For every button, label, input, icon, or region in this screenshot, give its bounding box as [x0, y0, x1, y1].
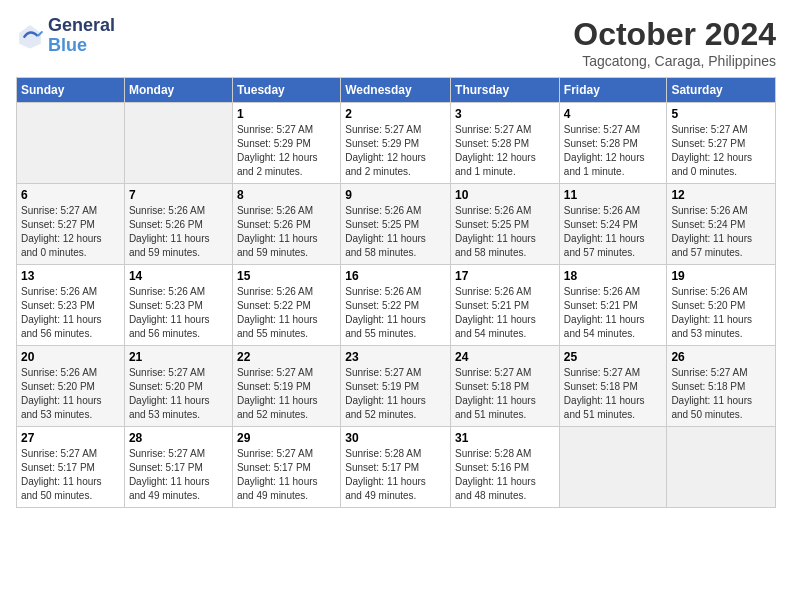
day-number: 30: [345, 431, 446, 445]
calendar-cell: [17, 103, 125, 184]
logo: General Blue: [16, 16, 115, 56]
day-number: 26: [671, 350, 771, 364]
calendar-cell: 15Sunrise: 5:26 AMSunset: 5:22 PMDayligh…: [232, 265, 340, 346]
calendar-week-5: 27Sunrise: 5:27 AMSunset: 5:17 PMDayligh…: [17, 427, 776, 508]
day-detail: Sunrise: 5:26 AMSunset: 5:20 PMDaylight:…: [671, 285, 771, 341]
day-detail: Sunrise: 5:26 AMSunset: 5:23 PMDaylight:…: [21, 285, 120, 341]
day-number: 22: [237, 350, 336, 364]
day-detail: Sunrise: 5:26 AMSunset: 5:21 PMDaylight:…: [564, 285, 663, 341]
location-subtitle: Tagcatong, Caraga, Philippines: [573, 53, 776, 69]
logo-line2: Blue: [48, 36, 115, 56]
calendar-cell: 8Sunrise: 5:26 AMSunset: 5:26 PMDaylight…: [232, 184, 340, 265]
day-detail: Sunrise: 5:27 AMSunset: 5:17 PMDaylight:…: [21, 447, 120, 503]
calendar-cell: 20Sunrise: 5:26 AMSunset: 5:20 PMDayligh…: [17, 346, 125, 427]
logo-line1: General: [48, 16, 115, 36]
day-number: 16: [345, 269, 446, 283]
month-title: October 2024: [573, 16, 776, 53]
day-number: 11: [564, 188, 663, 202]
day-detail: Sunrise: 5:27 AMSunset: 5:27 PMDaylight:…: [21, 204, 120, 260]
calendar-cell: 18Sunrise: 5:26 AMSunset: 5:21 PMDayligh…: [559, 265, 667, 346]
day-number: 14: [129, 269, 228, 283]
day-number: 17: [455, 269, 555, 283]
calendar-cell: 12Sunrise: 5:26 AMSunset: 5:24 PMDayligh…: [667, 184, 776, 265]
calendar-cell: 2Sunrise: 5:27 AMSunset: 5:29 PMDaylight…: [341, 103, 451, 184]
calendar-table: SundayMondayTuesdayWednesdayThursdayFrid…: [16, 77, 776, 508]
weekday-header-friday: Friday: [559, 78, 667, 103]
day-number: 18: [564, 269, 663, 283]
calendar-cell: 16Sunrise: 5:26 AMSunset: 5:22 PMDayligh…: [341, 265, 451, 346]
calendar-cell: 28Sunrise: 5:27 AMSunset: 5:17 PMDayligh…: [124, 427, 232, 508]
day-number: 24: [455, 350, 555, 364]
day-detail: Sunrise: 5:27 AMSunset: 5:17 PMDaylight:…: [129, 447, 228, 503]
day-detail: Sunrise: 5:27 AMSunset: 5:19 PMDaylight:…: [345, 366, 446, 422]
title-block: October 2024 Tagcatong, Caraga, Philippi…: [573, 16, 776, 69]
day-number: 1: [237, 107, 336, 121]
day-number: 13: [21, 269, 120, 283]
day-number: 2: [345, 107, 446, 121]
day-detail: Sunrise: 5:26 AMSunset: 5:25 PMDaylight:…: [345, 204, 446, 260]
weekday-header-saturday: Saturday: [667, 78, 776, 103]
day-number: 7: [129, 188, 228, 202]
day-number: 28: [129, 431, 228, 445]
day-detail: Sunrise: 5:27 AMSunset: 5:19 PMDaylight:…: [237, 366, 336, 422]
day-number: 15: [237, 269, 336, 283]
day-detail: Sunrise: 5:27 AMSunset: 5:29 PMDaylight:…: [237, 123, 336, 179]
day-number: 12: [671, 188, 771, 202]
calendar-week-2: 6Sunrise: 5:27 AMSunset: 5:27 PMDaylight…: [17, 184, 776, 265]
calendar-cell: [667, 427, 776, 508]
calendar-cell: 17Sunrise: 5:26 AMSunset: 5:21 PMDayligh…: [451, 265, 560, 346]
day-number: 4: [564, 107, 663, 121]
calendar-cell: 14Sunrise: 5:26 AMSunset: 5:23 PMDayligh…: [124, 265, 232, 346]
day-number: 27: [21, 431, 120, 445]
logo-text: General Blue: [48, 16, 115, 56]
calendar-week-4: 20Sunrise: 5:26 AMSunset: 5:20 PMDayligh…: [17, 346, 776, 427]
calendar-body: 1Sunrise: 5:27 AMSunset: 5:29 PMDaylight…: [17, 103, 776, 508]
day-detail: Sunrise: 5:26 AMSunset: 5:20 PMDaylight:…: [21, 366, 120, 422]
day-number: 21: [129, 350, 228, 364]
calendar-cell: 11Sunrise: 5:26 AMSunset: 5:24 PMDayligh…: [559, 184, 667, 265]
day-detail: Sunrise: 5:28 AMSunset: 5:16 PMDaylight:…: [455, 447, 555, 503]
weekday-header-wednesday: Wednesday: [341, 78, 451, 103]
day-number: 31: [455, 431, 555, 445]
logo-icon: [16, 22, 44, 50]
day-detail: Sunrise: 5:27 AMSunset: 5:18 PMDaylight:…: [564, 366, 663, 422]
calendar-cell: 21Sunrise: 5:27 AMSunset: 5:20 PMDayligh…: [124, 346, 232, 427]
day-number: 9: [345, 188, 446, 202]
calendar-cell: 24Sunrise: 5:27 AMSunset: 5:18 PMDayligh…: [451, 346, 560, 427]
day-detail: Sunrise: 5:27 AMSunset: 5:18 PMDaylight:…: [671, 366, 771, 422]
calendar-cell: 19Sunrise: 5:26 AMSunset: 5:20 PMDayligh…: [667, 265, 776, 346]
day-number: 25: [564, 350, 663, 364]
day-number: 10: [455, 188, 555, 202]
calendar-cell: 5Sunrise: 5:27 AMSunset: 5:27 PMDaylight…: [667, 103, 776, 184]
day-number: 8: [237, 188, 336, 202]
day-number: 20: [21, 350, 120, 364]
day-detail: Sunrise: 5:26 AMSunset: 5:25 PMDaylight:…: [455, 204, 555, 260]
day-detail: Sunrise: 5:27 AMSunset: 5:29 PMDaylight:…: [345, 123, 446, 179]
day-detail: Sunrise: 5:26 AMSunset: 5:21 PMDaylight:…: [455, 285, 555, 341]
day-detail: Sunrise: 5:27 AMSunset: 5:17 PMDaylight:…: [237, 447, 336, 503]
calendar-cell: 3Sunrise: 5:27 AMSunset: 5:28 PMDaylight…: [451, 103, 560, 184]
calendar-cell: 1Sunrise: 5:27 AMSunset: 5:29 PMDaylight…: [232, 103, 340, 184]
calendar-cell: [124, 103, 232, 184]
calendar-cell: 23Sunrise: 5:27 AMSunset: 5:19 PMDayligh…: [341, 346, 451, 427]
calendar-cell: 13Sunrise: 5:26 AMSunset: 5:23 PMDayligh…: [17, 265, 125, 346]
calendar-cell: 30Sunrise: 5:28 AMSunset: 5:17 PMDayligh…: [341, 427, 451, 508]
day-detail: Sunrise: 5:26 AMSunset: 5:24 PMDaylight:…: [671, 204, 771, 260]
day-detail: Sunrise: 5:26 AMSunset: 5:22 PMDaylight:…: [345, 285, 446, 341]
day-number: 6: [21, 188, 120, 202]
calendar-cell: 6Sunrise: 5:27 AMSunset: 5:27 PMDaylight…: [17, 184, 125, 265]
day-detail: Sunrise: 5:27 AMSunset: 5:20 PMDaylight:…: [129, 366, 228, 422]
calendar-cell: 31Sunrise: 5:28 AMSunset: 5:16 PMDayligh…: [451, 427, 560, 508]
day-number: 19: [671, 269, 771, 283]
svg-marker-0: [19, 25, 41, 48]
day-detail: Sunrise: 5:26 AMSunset: 5:24 PMDaylight:…: [564, 204, 663, 260]
day-number: 29: [237, 431, 336, 445]
day-detail: Sunrise: 5:27 AMSunset: 5:18 PMDaylight:…: [455, 366, 555, 422]
calendar-week-3: 13Sunrise: 5:26 AMSunset: 5:23 PMDayligh…: [17, 265, 776, 346]
day-number: 5: [671, 107, 771, 121]
calendar-cell: 10Sunrise: 5:26 AMSunset: 5:25 PMDayligh…: [451, 184, 560, 265]
day-detail: Sunrise: 5:27 AMSunset: 5:28 PMDaylight:…: [564, 123, 663, 179]
day-detail: Sunrise: 5:28 AMSunset: 5:17 PMDaylight:…: [345, 447, 446, 503]
calendar-cell: 29Sunrise: 5:27 AMSunset: 5:17 PMDayligh…: [232, 427, 340, 508]
calendar-cell: 27Sunrise: 5:27 AMSunset: 5:17 PMDayligh…: [17, 427, 125, 508]
